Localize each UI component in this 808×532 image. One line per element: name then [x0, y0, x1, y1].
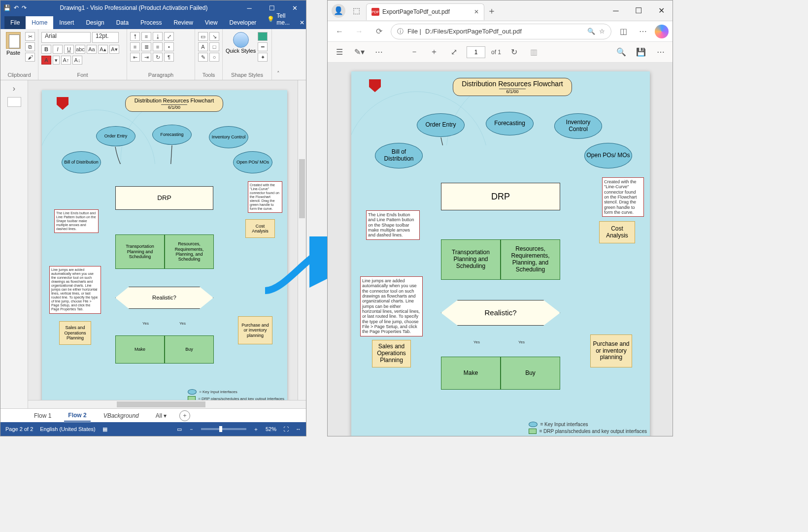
rect-tool[interactable]: □	[209, 42, 219, 51]
macro-icon[interactable]: ▦	[102, 426, 107, 432]
fill-button[interactable]	[258, 32, 268, 41]
fit-page-icon[interactable]: ⛶	[283, 426, 289, 432]
line-button[interactable]: ━	[258, 42, 268, 51]
more-tools-button[interactable]: ⋯	[372, 45, 386, 59]
quickstyles-button[interactable]: Quick Styles	[226, 30, 256, 54]
minimize-button[interactable]: ─	[238, 0, 261, 15]
font-selector[interactable]: Arial	[41, 32, 91, 43]
formatpainter-button[interactable]: 🖌	[25, 53, 35, 62]
align-bot-button[interactable]: ⭳	[153, 32, 163, 41]
align-center-button[interactable]: ≣	[141, 42, 151, 51]
tab-home[interactable]: Home	[26, 16, 53, 29]
drawing-page[interactable]: Distribution Resources Flowchart6/1/00Or…	[42, 90, 287, 404]
align-right-button[interactable]: ≡	[153, 42, 163, 51]
tab-developer[interactable]: Developer	[224, 16, 263, 29]
pagetab-flow1[interactable]: Flow 1	[30, 410, 55, 421]
tab-insert[interactable]: Insert	[53, 16, 80, 29]
redo-icon[interactable]: ↷	[22, 4, 27, 11]
rotate-button[interactable]: ↻	[153, 53, 163, 62]
paste-button[interactable]: Paste	[3, 30, 23, 56]
undo-icon[interactable]: ↶	[14, 4, 19, 11]
fontsize-selector[interactable]: 12pt.	[92, 32, 119, 43]
fontcolor-dropdown[interactable]: ▾	[53, 56, 60, 65]
pagetab-vbackground[interactable]: VBackground	[100, 410, 143, 421]
splitscreen-icon[interactable]: ◫	[615, 24, 631, 39]
ellipse-tool[interactable]: ○	[209, 53, 219, 62]
zoom-in-button[interactable]: ＋	[253, 426, 259, 433]
tab-view[interactable]: View	[199, 16, 224, 29]
strike-button[interactable]: abc	[75, 45, 85, 54]
zoom-reset-icon[interactable]: 🔍	[587, 28, 595, 35]
zoom-in-button[interactable]: ＋	[427, 45, 441, 59]
zoom-slider[interactable]	[201, 428, 246, 430]
pagetab-all[interactable]: All ▾	[152, 410, 171, 421]
back-button[interactable]: ←	[332, 24, 347, 39]
browser-tab[interactable]: PDF ExportPageToPdf_out.pdf ✕	[366, 3, 484, 20]
bold-button[interactable]: B	[41, 45, 51, 54]
add-page-button[interactable]: ＋	[179, 410, 190, 421]
profile-icon[interactable]: 👤	[332, 4, 345, 18]
save-icon[interactable]: 💾	[634, 45, 648, 59]
align-mid-button[interactable]: ≡	[141, 32, 151, 41]
contents-icon[interactable]: ☰	[333, 45, 346, 59]
text-tool[interactable]: A	[198, 42, 208, 51]
cut-button[interactable]: ✂	[25, 32, 35, 41]
underline-button[interactable]: U	[64, 45, 74, 54]
find-icon[interactable]: 🔍	[614, 45, 628, 59]
tab-file[interactable]: File	[4, 16, 26, 29]
tab-data[interactable]: Data	[110, 16, 135, 29]
scroll-thumb[interactable]	[299, 159, 305, 218]
address-field[interactable]: ⓘ File | D:/Files/ExportPageToPdf_out.pd…	[391, 24, 611, 39]
fit-icon[interactable]: ⤢	[447, 45, 461, 59]
indent-dec-button[interactable]: ⇤	[130, 53, 140, 62]
bullets-button[interactable]: •	[164, 42, 174, 51]
page-input[interactable]	[467, 46, 485, 58]
growfont2-button[interactable]: A↑	[61, 56, 71, 65]
shapes-pane[interactable]: ›	[0, 80, 28, 408]
scrollbar-horizontal[interactable]	[28, 400, 306, 408]
site-info-icon[interactable]: ⓘ	[397, 27, 404, 36]
minimize-button[interactable]: ─	[605, 0, 627, 21]
para-more-button[interactable]: ¶	[164, 53, 174, 62]
italic-button[interactable]: I	[53, 45, 63, 54]
ribbon-close-button[interactable]: ✕	[295, 16, 309, 29]
connector-tool[interactable]: ↘	[209, 32, 219, 41]
presentation-icon[interactable]: ▭	[177, 426, 182, 432]
chevron-right-icon[interactable]: ›	[13, 84, 15, 93]
draw-icon[interactable]: ✎▾	[352, 45, 366, 59]
pagetab-flow2[interactable]: Flow 2	[64, 410, 90, 422]
maximize-button[interactable]: ☐	[627, 0, 650, 21]
pointer-tool[interactable]: ▭	[198, 32, 208, 41]
fit-width-icon[interactable]: ↔	[296, 426, 301, 432]
rotate-icon[interactable]: ↻	[507, 45, 521, 59]
fontcolor-button[interactable]: A	[41, 56, 51, 65]
new-tab-button[interactable]: ＋	[484, 3, 499, 18]
tab-review[interactable]: Review	[168, 16, 199, 29]
refresh-button[interactable]: ⟳	[371, 24, 387, 39]
favorite-icon[interactable]: ☆	[599, 28, 605, 35]
save-icon[interactable]: 💾	[3, 4, 11, 11]
pdf-more-button[interactable]: ⋯	[654, 45, 668, 59]
workspaces-icon[interactable]: ⬚	[349, 4, 363, 18]
close-button[interactable]: ✕	[650, 0, 673, 21]
freeform-tool[interactable]: ✎	[198, 53, 208, 62]
copilot-icon[interactable]	[655, 25, 669, 38]
tab-close-button[interactable]: ✕	[474, 8, 479, 15]
align-top-button[interactable]: ⭱	[130, 32, 140, 41]
zoom-value[interactable]: 52%	[266, 426, 276, 432]
indent-inc-button[interactable]: ⇥	[141, 53, 151, 62]
zoom-out-button[interactable]: －	[189, 426, 194, 433]
pdf-viewer[interactable]: Distribution Resources Flowchart6/1/00Or…	[328, 63, 673, 436]
tab-design[interactable]: Design	[80, 16, 110, 29]
zoom-out-button[interactable]: －	[407, 45, 421, 59]
shrinkfont2-button[interactable]: A↓	[72, 56, 82, 65]
effects-button[interactable]: ✦	[258, 53, 268, 62]
caseformat-button[interactable]: Aa	[87, 45, 97, 54]
status-lang[interactable]: English (United States)	[40, 426, 96, 432]
tell-me[interactable]: 💡Tell me...	[262, 9, 295, 29]
scroll-thumb[interactable]	[117, 401, 205, 407]
growfont-button[interactable]: A▴	[98, 45, 108, 54]
tab-process[interactable]: Process	[135, 16, 168, 29]
stencil-icon[interactable]	[7, 97, 21, 107]
shrinkfont-button[interactable]: A▾	[109, 45, 119, 54]
